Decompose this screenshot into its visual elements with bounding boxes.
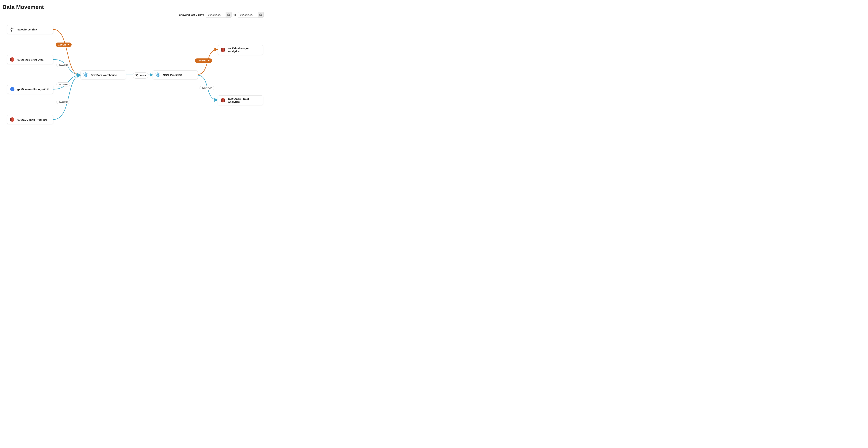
svg-line-16	[12, 30, 13, 30]
date-to-field	[238, 12, 264, 18]
aws-s3-icon	[10, 117, 15, 122]
node-label: NON_Prod/JDS	[163, 73, 182, 76]
share-pill[interactable]: Share	[133, 72, 148, 78]
showing-last-label: Showing last 7 days	[179, 13, 204, 16]
svg-marker-50	[222, 98, 223, 102]
svg-marker-20	[14, 58, 14, 61]
svg-line-15	[12, 29, 13, 29]
node-edl-non-prod-jds[interactable]: S3://EDL-NON-Prod-JDS	[7, 115, 53, 124]
node-stage-crm-data[interactable]: S3://Stage-CRM-Data	[7, 55, 53, 64]
edge-crm-to-dw	[53, 60, 80, 75]
edge-audit-to-dw	[53, 75, 80, 89]
node-raw-audit-logs[interactable]: gs://Raw-Audit-Logs-9242	[7, 85, 53, 94]
svg-marker-19	[10, 58, 11, 61]
svg-point-35	[137, 74, 137, 75]
date-to-label: to	[234, 13, 236, 16]
page-title: Data Movement	[2, 4, 44, 10]
svg-marker-25	[10, 118, 11, 121]
node-non-prod-jds[interactable]: NON_Prod/JDS	[153, 70, 198, 79]
edge-label-fraud[interactable]: 143.12MB	[199, 86, 214, 90]
svg-marker-24	[12, 117, 14, 122]
edge-label-text: 45.23MB	[59, 64, 68, 66]
svg-marker-52	[221, 98, 222, 102]
node-dev-data-warehouse[interactable]: Dev Data Warehouse	[81, 70, 126, 79]
gcp-storage-icon	[10, 87, 15, 92]
date-from-field	[206, 12, 231, 18]
svg-marker-23	[11, 117, 12, 122]
svg-marker-26	[14, 118, 14, 121]
node-label: Salesforce-Sink	[17, 28, 37, 31]
svg-marker-49	[224, 48, 225, 52]
node-salesforce-sink[interactable]: Salesforce-Sink	[7, 25, 53, 34]
snowflake-icon	[155, 72, 160, 77]
node-label: S3://Stage-Fraud-Analytics	[228, 97, 259, 103]
node-label: S3://Final-Stage-Analytics	[228, 47, 259, 53]
date-to-input[interactable]	[238, 12, 257, 17]
snowflake-icon	[83, 72, 88, 77]
edge-label-text: 33.64MB	[197, 59, 207, 62]
calendar-icon	[227, 13, 230, 17]
edge-label-edl[interactable]: 33.65MB	[56, 100, 70, 104]
svg-marker-18	[12, 57, 14, 62]
svg-point-9	[11, 29, 12, 30]
svg-rect-54	[68, 44, 68, 45]
edge-label-text: 3.68GB	[58, 43, 66, 46]
node-label: gs://Raw-Audit-Logs-9242	[17, 88, 50, 91]
kafka-icon	[10, 27, 15, 32]
svg-point-11	[13, 28, 14, 29]
svg-point-34	[135, 74, 136, 75]
node-label: S3://EDL-NON-Prod-JDS	[17, 118, 48, 121]
warning-icon	[67, 43, 69, 46]
edge-label-salesforce-warn[interactable]: 3.68GB	[56, 42, 71, 47]
node-label: Dev Data Warehouse	[91, 73, 117, 76]
flow-canvas: Salesforce-Sink S3://Stage-CRM-Data gs:/…	[0, 19, 266, 135]
svg-rect-22	[11, 89, 13, 89]
date-from-input[interactable]	[206, 12, 225, 17]
svg-point-36	[137, 76, 137, 76]
date-range-bar: Showing last 7 days to	[179, 12, 264, 18]
svg-marker-17	[11, 57, 12, 62]
svg-rect-55	[68, 45, 68, 45]
svg-point-12	[13, 30, 14, 31]
svg-rect-4	[259, 14, 261, 15]
svg-rect-0	[227, 14, 229, 15]
edge-label-audit[interactable]: 61.64MB	[56, 83, 70, 87]
node-stage-fraud-analytics[interactable]: S3://Stage-Fraud-Analytics	[218, 95, 263, 105]
date-to-picker-button[interactable]	[257, 12, 264, 18]
edge-label-text: 33.65MB	[59, 100, 68, 103]
share-icon	[134, 73, 138, 77]
share-label: Share	[140, 74, 146, 77]
svg-marker-51	[223, 98, 224, 102]
warning-icon	[208, 59, 210, 62]
date-from-picker-button[interactable]	[225, 12, 231, 18]
edge-label-text: 143.12MB	[202, 87, 212, 89]
svg-point-10	[11, 31, 12, 32]
svg-marker-47	[223, 47, 224, 52]
svg-marker-48	[221, 48, 222, 52]
edge-label-crm[interactable]: 45.23MB	[56, 63, 70, 67]
node-final-stage-analytics[interactable]: S3://Final-Stage-Analytics	[218, 45, 263, 55]
node-label: S3://Stage-CRM-Data	[17, 58, 43, 61]
edge-edl-to-dw	[53, 75, 80, 120]
aws-s3-icon	[220, 47, 225, 53]
edge-label-final-warn[interactable]: 33.64MB	[195, 59, 212, 63]
svg-rect-57	[209, 61, 209, 61]
edge-salesforce-to-dw	[53, 29, 80, 75]
edge-label-text: 61.64MB	[59, 83, 68, 86]
svg-point-8	[11, 27, 12, 28]
svg-marker-53	[224, 98, 225, 102]
svg-rect-56	[209, 60, 209, 61]
aws-s3-icon	[220, 98, 225, 103]
svg-marker-46	[222, 47, 223, 52]
aws-s3-icon	[10, 57, 15, 62]
calendar-icon	[259, 13, 262, 17]
